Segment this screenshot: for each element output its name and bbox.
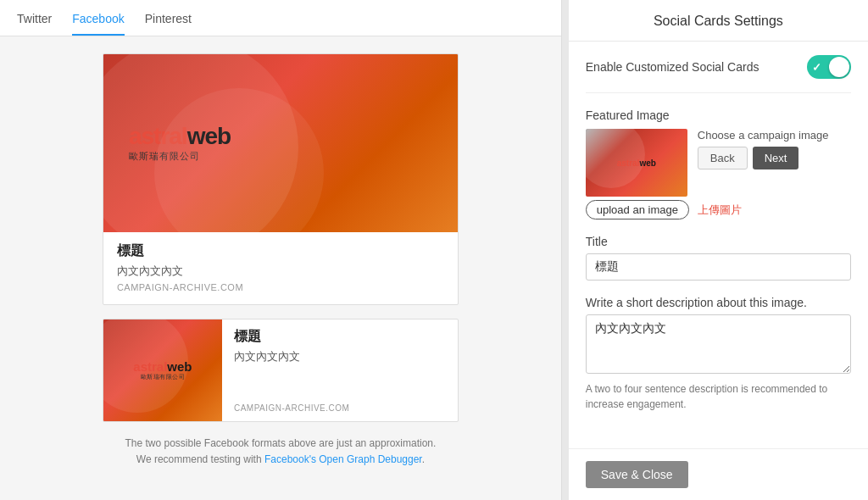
card-large-title: 標題 xyxy=(117,242,444,260)
campaign-controls: Choose a campaign image Back Next xyxy=(698,129,829,169)
preview-area: astralweb 歐斯瑞有限公司 標題 內文內文內文 CAMPAIGN-ARC… xyxy=(0,36,561,500)
tab-pinterest[interactable]: Pinterest xyxy=(145,12,192,36)
tab-facebook[interactable]: Facebook xyxy=(72,12,124,36)
card-large-desc: 內文內文內文 xyxy=(117,264,444,279)
card-small: astralweb 歐斯瑞有限公司 標題 內文內文內文 CAMPAIGN-ARC… xyxy=(103,319,459,422)
title-field-label: Title xyxy=(586,235,851,248)
card-small-body: 標題 內文內文內文 CAMPAIGN-ARCHIVE.COM xyxy=(222,319,362,421)
title-input[interactable] xyxy=(586,253,851,281)
panel-divider xyxy=(562,0,569,500)
title-section: Title xyxy=(586,235,851,281)
logo-text-small: astralweb xyxy=(133,360,192,373)
tab-bar: Twitter Facebook Pinterest xyxy=(0,0,561,36)
logo-large: astralweb 歐斯瑞有限公司 xyxy=(129,125,231,163)
toggle-check-icon: ✓ xyxy=(812,61,821,74)
card-small-image: astralweb 歐斯瑞有限公司 xyxy=(103,319,222,421)
logo-sub-small: 歐斯瑞有限公司 xyxy=(141,373,186,381)
featured-image-area: astralweb Choose a campaign image Back N… xyxy=(586,129,851,197)
description-textarea[interactable] xyxy=(586,314,851,374)
left-panel: Twitter Facebook Pinterest astralweb 歐斯瑞… xyxy=(0,0,562,500)
featured-image-title: Featured Image xyxy=(586,108,851,122)
campaign-btn-row: Back Next xyxy=(698,147,829,169)
featured-image-section: Featured Image astralweb Choose a campai… xyxy=(586,108,851,219)
toggle-knob xyxy=(829,57,849,77)
settings-body: Enable Customized Social Cards ✓ Feature… xyxy=(569,42,868,425)
right-header: Social Cards Settings xyxy=(569,0,868,42)
card-large: astralweb 歐斯瑞有限公司 標題 內文內文內文 CAMPAIGN-ARC… xyxy=(103,53,459,305)
featured-thumb-logo: astralweb xyxy=(617,158,656,168)
open-graph-link[interactable]: Facebook's Open Graph Debugger xyxy=(264,453,422,465)
settings-title: Social Cards Settings xyxy=(586,14,851,29)
back-button[interactable]: Back xyxy=(698,147,748,169)
card-small-url: CAMPAIGN-ARCHIVE.COM xyxy=(234,398,350,413)
enable-label: Enable Customized Social Cards xyxy=(586,60,760,74)
card-small-desc: 內文內文內文 xyxy=(234,349,350,364)
logo-text-large: astralweb xyxy=(129,125,231,148)
enable-row: Enable Customized Social Cards ✓ xyxy=(586,55,851,93)
bottom-note: The two possible Facebook formats above … xyxy=(125,436,436,476)
logo-small: astralweb 歐斯瑞有限公司 xyxy=(133,360,192,381)
upload-image-link[interactable]: upload an image xyxy=(586,200,689,219)
card-small-title: 標題 xyxy=(234,328,350,346)
description-field-label: Write a short description about this ima… xyxy=(586,296,851,309)
description-section: Write a short description about this ima… xyxy=(586,296,851,412)
upload-chinese-label: 上傳圖片 xyxy=(698,203,742,218)
tab-twitter[interactable]: Twitter xyxy=(17,12,52,36)
logo-sub-large: 歐斯瑞有限公司 xyxy=(129,150,200,163)
card-large-image: astralweb 歐斯瑞有限公司 xyxy=(103,54,458,232)
card-large-body: 標題 內文內文內文 CAMPAIGN-ARCHIVE.COM xyxy=(103,232,458,304)
featured-thumbnail: astralweb xyxy=(586,129,687,197)
right-panel: Social Cards Settings Enable Customized … xyxy=(569,0,868,500)
next-button[interactable]: Next xyxy=(753,147,799,169)
choose-campaign-label: Choose a campaign image xyxy=(698,129,829,142)
enable-toggle[interactable]: ✓ xyxy=(807,55,851,79)
save-close-button[interactable]: Save & Close xyxy=(586,461,688,488)
card-large-url: CAMPAIGN-ARCHIVE.COM xyxy=(117,282,444,292)
right-footer: Save & Close xyxy=(569,448,868,500)
field-hint: A two to four sentence description is re… xyxy=(586,381,851,412)
upload-row: upload an image 上傳圖片 xyxy=(586,200,851,219)
